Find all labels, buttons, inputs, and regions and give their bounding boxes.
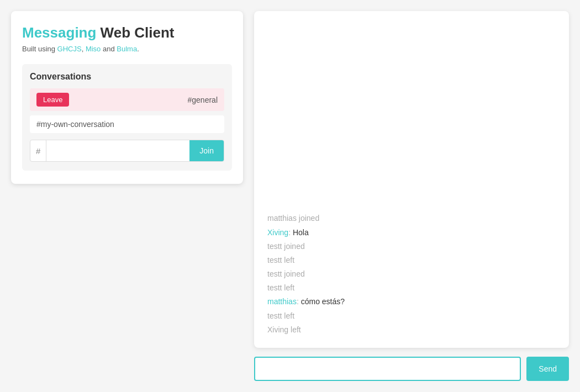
message-line: matthias: cómo estás?	[267, 295, 556, 309]
message-line: matthias joined	[267, 211, 556, 225]
chat-area: matthias joinedXiving: Holatestt joinedt…	[254, 11, 569, 348]
left-panel: Messaging Web Client Built using GHCJS, …	[11, 11, 243, 184]
message-username: Xiving	[267, 228, 288, 237]
send-button[interactable]: Send	[526, 357, 569, 381]
message-line: testt joined	[267, 240, 556, 253]
message-input[interactable]	[254, 357, 521, 381]
conversation-item-my-own[interactable]: #my-own-conversation	[30, 115, 224, 133]
send-row: Send	[254, 357, 569, 381]
app-subtitle: Built using GHCJS, Miso and Bulma.	[22, 45, 232, 53]
message-line: testt left	[267, 253, 556, 267]
bulma-link[interactable]: Bulma	[117, 45, 137, 53]
messages-container: matthias joinedXiving: Holatestt joinedt…	[267, 211, 556, 337]
join-input[interactable]	[46, 140, 189, 161]
period: .	[137, 45, 139, 53]
colon: :	[288, 228, 293, 237]
message-line: Xiving left	[267, 323, 556, 337]
message-line: testt left	[267, 309, 556, 323]
right-panel: matthias joinedXiving: Holatestt joinedt…	[254, 11, 569, 381]
hash-prefix-icon: #	[30, 140, 46, 161]
title-rest: Web Client	[96, 24, 174, 41]
conversations-box: Conversations Leave #general #my-own-con…	[22, 64, 232, 171]
conversation-item-general: Leave #general	[30, 88, 224, 111]
colon: :	[297, 297, 301, 306]
comma1: ,	[82, 45, 86, 53]
ghcjs-link[interactable]: GHCJS	[57, 45, 82, 53]
app-title: Messaging Web Client	[22, 24, 232, 41]
conversations-title: Conversations	[30, 72, 224, 82]
title-messaging: Messaging	[22, 24, 96, 41]
message-line: testt left	[267, 281, 556, 295]
join-row: # Join	[30, 140, 224, 162]
conversation-name-general: #general	[188, 96, 218, 104]
join-button[interactable]: Join	[189, 140, 224, 161]
conversation-name-my-own: #my-own-conversation	[36, 120, 114, 129]
miso-link[interactable]: Miso	[86, 45, 101, 53]
subtitle-prefix: Built using	[22, 45, 57, 53]
leave-button[interactable]: Leave	[36, 93, 69, 107]
message-line: testt joined	[267, 267, 556, 281]
message-username: matthias	[267, 297, 297, 306]
message-text: cómo estás?	[301, 297, 345, 306]
message-text: Hola	[293, 228, 309, 237]
and-text: and	[101, 45, 117, 53]
message-line: Xiving: Hola	[267, 226, 556, 240]
